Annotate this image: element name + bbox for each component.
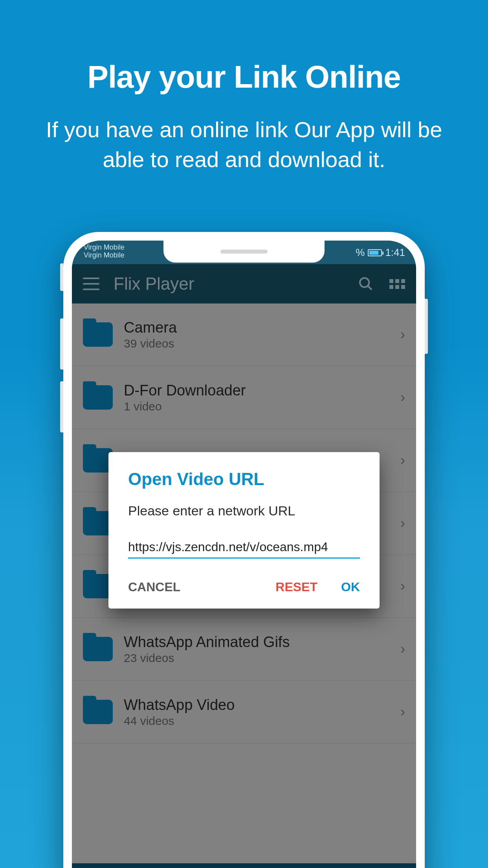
phone-frame: Virgin Mobile Virgin Mobile % 1:41 Flix … xyxy=(63,232,425,868)
battery-icon xyxy=(368,249,382,256)
promo-subtitle: If you have an online link Our App will … xyxy=(0,115,488,174)
status-time: 1:41 xyxy=(385,246,405,259)
dialog-subtitle: Please enter a network URL xyxy=(128,503,360,519)
android-nav-bar xyxy=(72,863,416,868)
status-carrier: Virgin Mobile Virgin Mobile xyxy=(84,244,125,259)
ok-button[interactable]: OK xyxy=(341,580,360,594)
status-right: % 1:41 xyxy=(356,246,405,259)
cancel-button[interactable]: CANCEL xyxy=(128,580,180,594)
percent-icon: % xyxy=(356,246,365,259)
phone-screen: Virgin Mobile Virgin Mobile % 1:41 Flix … xyxy=(72,241,416,868)
promo-title: Play your Link Online xyxy=(0,0,488,95)
url-input[interactable] xyxy=(128,537,360,559)
open-url-dialog: Open Video URL Please enter a network UR… xyxy=(108,452,380,609)
reset-button[interactable]: RESET xyxy=(275,580,317,594)
notch xyxy=(163,241,325,263)
dialog-title: Open Video URL xyxy=(128,469,360,489)
